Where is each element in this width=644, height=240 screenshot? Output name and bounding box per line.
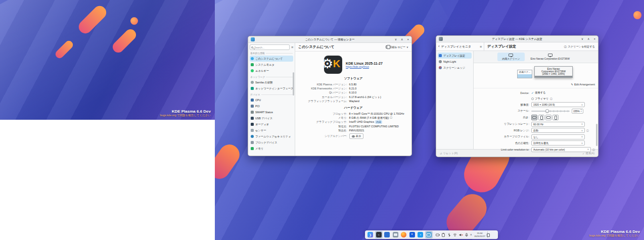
maximize-icon[interactable]: ∧ bbox=[401, 38, 403, 41]
info-icon[interactable]: ⓘ bbox=[586, 129, 589, 132]
taskbar-vscode[interactable] bbox=[417, 231, 424, 238]
primary-checkbox[interactable] bbox=[531, 98, 534, 100]
close-icon[interactable]: × bbox=[593, 37, 595, 40]
sidebar-item-display-settings[interactable]: ディスプレイ設定 bbox=[438, 53, 472, 59]
tab-eizo-monitor[interactable]: Eizo Nanao Corporation EV2736W bbox=[526, 53, 574, 61]
copy-details-button[interactable]: 詳細をコピー ∨ bbox=[386, 45, 408, 49]
search-placeholder: Search... bbox=[254, 46, 264, 49]
clipboard-icon[interactable] bbox=[441, 232, 446, 237]
taskbar-discover[interactable] bbox=[383, 231, 391, 238]
info-icon[interactable]: ⓘ bbox=[592, 148, 595, 151]
close-icon[interactable]: × bbox=[407, 38, 409, 41]
orientation-portrait-button[interactable] bbox=[538, 115, 544, 120]
sidebar-item-firmware-security[interactable]: ファームウェアセキュリティ bbox=[250, 133, 293, 139]
taskbar-bitwarden[interactable] bbox=[408, 231, 416, 238]
sidebar-item-system-monitor[interactable]: システムモニタ bbox=[250, 62, 293, 68]
sidebar-item-memory[interactable]: メモリ bbox=[250, 146, 293, 152]
sidebar-item-sensors[interactable]: センサー bbox=[250, 127, 293, 133]
refresh-rate-dropdown[interactable]: 60.00 Hz ∨ bbox=[531, 122, 585, 127]
edit-arrangement-button[interactable]: ✎ Edit Arrangement bbox=[571, 83, 595, 86]
resolution-row: 解像度: 1920 × 1080 (16:9) ∨ bbox=[476, 102, 595, 107]
orientation-landscape-button[interactable] bbox=[531, 115, 537, 120]
color-profile-dropdown[interactable]: なし ∨ bbox=[531, 134, 585, 139]
maximize-icon[interactable]: ∧ bbox=[587, 37, 589, 40]
sidebar-item-energy[interactable]: エネルギー bbox=[250, 68, 293, 74]
app-launcher-button[interactable]: ❯ bbox=[366, 231, 374, 238]
wifi-icon[interactable] bbox=[453, 232, 457, 237]
integrated-gpu-badge: 内蔵 bbox=[375, 120, 382, 124]
show-serial-button[interactable]: 表示 bbox=[349, 133, 364, 139]
about-system-content: ⚙ K KDE Linux 2025-11-27 https://kde.org… bbox=[295, 52, 411, 156]
volume-icon[interactable] bbox=[458, 232, 463, 237]
hardware-row: 製品名: FMVU32021 bbox=[300, 128, 406, 132]
enabled-checkbox[interactable]: ✓ bbox=[531, 91, 534, 94]
content-scrollbar[interactable] bbox=[596, 124, 597, 146]
orientation-landscape-flipped-button[interactable] bbox=[545, 115, 551, 120]
vscode-icon bbox=[418, 232, 423, 237]
sidebar-item-cpu[interactable]: CPU bbox=[250, 97, 293, 103]
color-accuracy-dropdown[interactable]: 効率性を優先 ∨ bbox=[531, 140, 585, 146]
sidebar-item-night-light[interactable]: Night Light bbox=[438, 59, 472, 65]
sidebar-item-screen-edges[interactable]: スクリーンエッジ bbox=[438, 65, 472, 71]
hamburger-menu-icon[interactable]: ≡ bbox=[480, 45, 482, 49]
scale-slider[interactable] bbox=[531, 109, 570, 114]
distro-link[interactable]: https://kde.org/linux bbox=[346, 65, 383, 68]
color-resolution-dropdown[interactable]: Automatic (10 bits per color) ∨ bbox=[531, 147, 591, 152]
sidebar-item-samba[interactable]: Samba の状態 bbox=[250, 79, 293, 85]
slider-handle[interactable] bbox=[545, 109, 549, 113]
orientation-row: 向き: bbox=[476, 115, 595, 120]
taskbar-firefox[interactable] bbox=[400, 231, 407, 238]
category-title: ディスプレイとモニタ bbox=[441, 44, 478, 49]
back-icon[interactable]: ‹ bbox=[438, 44, 440, 49]
battery-icon[interactable] bbox=[435, 232, 440, 237]
pen-icon: ✎ bbox=[571, 83, 573, 86]
info-icon[interactable]: ⓘ bbox=[550, 97, 553, 100]
apply-button[interactable]: ✓ 適用(A) bbox=[582, 152, 594, 155]
hardware-row: 製造元: FUJITSU CLIENT COMPUTING LIMITED bbox=[300, 124, 406, 128]
sidebar-item-usb[interactable]: USB デバイス bbox=[250, 115, 293, 121]
system-settings-icon bbox=[426, 232, 432, 237]
device-row: Device: ✓ 使用する bbox=[476, 90, 595, 95]
color-accuracy-row: 色の正確性: 効率性を優先 ∨ bbox=[476, 140, 595, 146]
sidebar-scrollbar[interactable] bbox=[293, 72, 294, 95]
sidebar-item-network-interfaces[interactable]: ネットワークインターフェース bbox=[250, 85, 293, 91]
orientation-portrait-flipped-button[interactable] bbox=[553, 115, 559, 120]
scale-spinbox[interactable]: 155% ▴▾ bbox=[572, 109, 583, 114]
show-desktop-button[interactable] bbox=[487, 231, 490, 238]
identify-screens-button[interactable]: ⓘ スクリーンを特定する bbox=[564, 45, 595, 49]
internal-screen-box[interactable]: 内蔵スク... bbox=[517, 70, 532, 78]
bluetooth-icon[interactable] bbox=[447, 232, 451, 237]
minimize-icon[interactable]: ∨ bbox=[581, 37, 583, 40]
rgb-range-dropdown[interactable]: 自動 ∨ bbox=[531, 128, 585, 133]
kde-logo: ⚙ K bbox=[324, 56, 342, 74]
sidebar-section-devices: デバイス bbox=[250, 93, 293, 96]
info-icon[interactable]: ⓘ bbox=[390, 116, 392, 120]
keyboard-icon[interactable] bbox=[465, 232, 469, 237]
monitor-icon bbox=[548, 54, 553, 57]
resolution-dropdown[interactable]: 1920 × 1080 (16:9) ∨ bbox=[531, 102, 585, 107]
sidebar-item-audio[interactable]: オーディオ bbox=[250, 121, 293, 127]
minimize-icon[interactable]: ∨ bbox=[395, 38, 397, 41]
sidebar-item-pci[interactable]: PCI bbox=[250, 103, 293, 109]
page-title: このシステムについて bbox=[298, 44, 335, 50]
chevron-down-icon: ∨ bbox=[406, 45, 408, 49]
sidebar-item-about-system[interactable]: このシステムについて bbox=[250, 56, 293, 62]
search-input[interactable]: Search... bbox=[250, 44, 290, 50]
rgb-range-row: RGB レンジ: 自動 ∨ ⓘ bbox=[476, 128, 595, 133]
brand-subtitle: bugs.kde.org で問題を報告してください bbox=[589, 234, 640, 237]
reset-button[interactable]: ↺ リセット(R) bbox=[440, 152, 458, 155]
hardware-row: メモリ: 8 GiB の RAM (7.4 GiB 使用可能) ⓘ bbox=[300, 116, 406, 120]
taskbar-konsole[interactable] bbox=[375, 231, 383, 238]
expand-tray-icon[interactable]: ∧ bbox=[470, 233, 472, 236]
hamburger-menu-icon[interactable]: ≡ bbox=[291, 45, 293, 49]
search-icon bbox=[251, 46, 253, 49]
tab-internal-screen[interactable]: 内蔵スクリーン bbox=[497, 53, 524, 61]
titlebar[interactable]: ディスプレイ設定 — KDE システム設定 ∨ ∧ × bbox=[436, 36, 598, 42]
hardware-row: プロセッサ: 8 × Intel® Core™ i5-10310U CPU @ … bbox=[300, 112, 406, 116]
sidebar-item-block-devices[interactable]: ブロックデバイス bbox=[250, 139, 293, 146]
taskbar-system-settings[interactable] bbox=[425, 231, 433, 238]
digital-clock[interactable]: 15:34 2025/11/27 bbox=[474, 232, 485, 237]
titlebar[interactable]: このシステムについて — 情報センター ∨ ∧ × bbox=[248, 36, 411, 43]
sidebar-item-smart-status[interactable]: SMART Status bbox=[250, 109, 293, 115]
taskbar-dolphin[interactable] bbox=[392, 231, 399, 238]
